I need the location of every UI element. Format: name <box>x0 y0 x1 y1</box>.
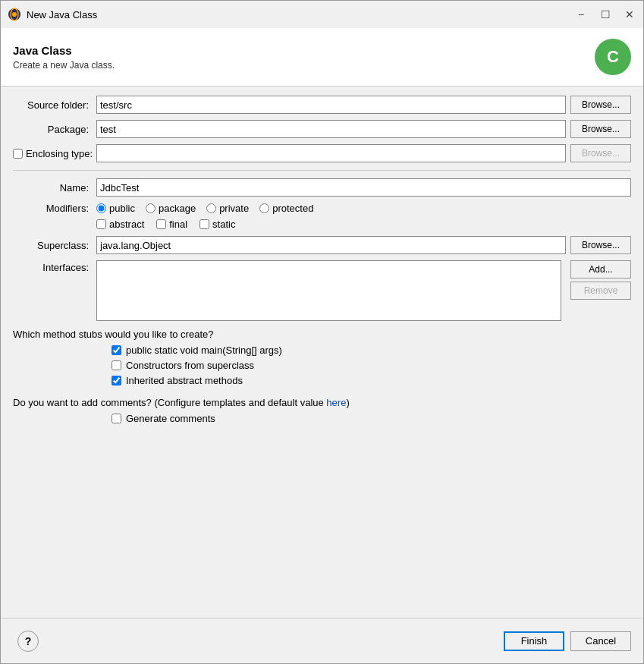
enclosing-type-row: Enclosing type: Browse... <box>13 144 631 162</box>
divider-1 <box>13 170 631 171</box>
footer-buttons: Finish Cancel <box>504 631 631 651</box>
stub-constructors-checkbox[interactable] <box>112 360 121 370</box>
header-text: Java Class Create a new Java class. <box>13 44 115 71</box>
comments-question-end: ) <box>346 397 349 408</box>
comments-section: Do you want to add comments? (Configure … <box>13 397 631 424</box>
modifier-public-radio[interactable] <box>96 203 106 213</box>
modifier-static-label: static <box>212 219 235 230</box>
cancel-button[interactable]: Cancel <box>570 631 631 651</box>
modifier-private-radio[interactable] <box>206 203 216 213</box>
stub-inherited-label: Inherited abstract methods <box>126 375 243 386</box>
comments-question: Do you want to add comments? (Configure … <box>13 397 631 408</box>
superclass-input[interactable] <box>96 236 566 254</box>
name-input[interactable] <box>96 178 631 197</box>
dialog-title: Java Class <box>13 44 115 57</box>
minimize-button[interactable]: − <box>573 7 589 22</box>
package-row: Package: Browse... <box>13 120 631 138</box>
interfaces-add-button[interactable]: Add... <box>570 260 631 279</box>
dialog-header: Java Class Create a new Java class. C <box>1 28 643 87</box>
help-button[interactable]: ? <box>17 631 39 652</box>
modifier-static[interactable]: static <box>199 219 235 230</box>
generate-comments[interactable]: Generate comments <box>112 413 631 424</box>
enclosing-type-label: Enclosing type: <box>26 148 93 159</box>
stubs-list: public static void main(String[] args) C… <box>112 345 631 386</box>
modifier-final-checkbox[interactable] <box>156 219 166 229</box>
modifier-static-checkbox[interactable] <box>199 219 209 229</box>
enclosing-type-checkbox-label: Enclosing type: <box>13 148 96 159</box>
modifier-abstract-checkbox[interactable] <box>96 219 106 229</box>
enclosing-type-input[interactable] <box>96 144 566 162</box>
source-folder-input[interactable] <box>96 96 566 114</box>
stub-inherited-checkbox[interactable] <box>112 376 121 385</box>
stub-main-label: public static void main(String[] args) <box>126 345 282 356</box>
interfaces-section: Interfaces: Add... Remove <box>13 260 631 321</box>
dialog-subtitle: Create a new Java class. <box>13 60 115 71</box>
package-label: Package: <box>13 124 96 135</box>
enclosing-type-checkbox[interactable] <box>13 149 23 159</box>
modifier-public[interactable]: public <box>96 203 135 214</box>
modifier-abstract-label: abstract <box>109 219 144 230</box>
modifier-public-label: public <box>109 203 135 214</box>
modifiers-label: Modifiers: <box>13 203 96 214</box>
modifier-protected[interactable]: protected <box>259 203 313 214</box>
interfaces-buttons: Add... Remove <box>566 260 631 300</box>
dialog-content: Source folder: Browse... Package: Browse… <box>1 87 643 618</box>
eclipse-icon <box>7 7 22 22</box>
stub-constructors[interactable]: Constructors from superclass <box>112 360 631 371</box>
comments-question-start: Do you want to add comments? (Configure … <box>13 397 326 408</box>
window-controls: − ☐ ✕ <box>573 7 637 22</box>
package-browse-button[interactable]: Browse... <box>570 120 631 138</box>
stub-main-checkbox[interactable] <box>112 345 121 355</box>
modifier-protected-label: protected <box>272 203 313 214</box>
modifier-checkboxes: abstract final static <box>96 219 631 230</box>
finish-button[interactable]: Finish <box>504 631 564 651</box>
source-folder-browse-button[interactable]: Browse... <box>570 96 631 114</box>
generate-comments-label: Generate comments <box>126 413 215 424</box>
stub-constructors-label: Constructors from superclass <box>126 360 254 371</box>
modifier-final[interactable]: final <box>156 219 187 230</box>
interfaces-label: Interfaces: <box>13 260 96 273</box>
dialog-window: New Java Class − ☐ ✕ Java Class Create a… <box>0 0 644 664</box>
modifier-private-label: private <box>219 203 249 214</box>
svg-point-2 <box>12 12 17 17</box>
modifier-package-radio[interactable] <box>146 203 156 213</box>
close-button[interactable]: ✕ <box>622 7 637 22</box>
stubs-question: Which method stubs would you like to cre… <box>13 329 631 340</box>
superclass-browse-button[interactable]: Browse... <box>570 236 631 254</box>
dialog-footer: ? Finish Cancel <box>1 618 643 663</box>
superclass-row: Superclass: Browse... <box>13 236 631 254</box>
comments-configure-link[interactable]: here <box>326 397 346 408</box>
java-logo: C <box>595 39 631 75</box>
interfaces-list[interactable] <box>96 260 561 321</box>
modifiers-row: Modifiers: public package private protec… <box>13 203 631 214</box>
window-title: New Java Class <box>27 9 573 20</box>
source-folder-row: Source folder: Browse... <box>13 96 631 114</box>
name-row: Name: <box>13 178 631 197</box>
title-bar: New Java Class − ☐ ✕ <box>1 1 643 28</box>
package-input[interactable] <box>96 120 566 138</box>
stub-main[interactable]: public static void main(String[] args) <box>112 345 631 356</box>
stub-inherited[interactable]: Inherited abstract methods <box>112 375 631 386</box>
modifier-package[interactable]: package <box>146 203 196 214</box>
superclass-label: Superclass: <box>13 240 96 251</box>
modifier-private[interactable]: private <box>206 203 249 214</box>
enclosing-type-browse-button[interactable]: Browse... <box>570 144 631 162</box>
modifier-abstract[interactable]: abstract <box>96 219 144 230</box>
modifier-package-label: package <box>159 203 196 214</box>
maximize-button[interactable]: ☐ <box>598 7 613 22</box>
name-label: Name: <box>13 182 96 194</box>
generate-comments-checkbox[interactable] <box>112 414 121 423</box>
modifier-final-label: final <box>169 219 187 230</box>
source-folder-label: Source folder: <box>13 99 96 111</box>
modifier-protected-radio[interactable] <box>259 203 269 213</box>
modifiers-radio-group: public package private protected <box>96 203 313 214</box>
interfaces-remove-button[interactable]: Remove <box>570 282 631 300</box>
stubs-section: Which method stubs would you like to cre… <box>13 329 631 386</box>
